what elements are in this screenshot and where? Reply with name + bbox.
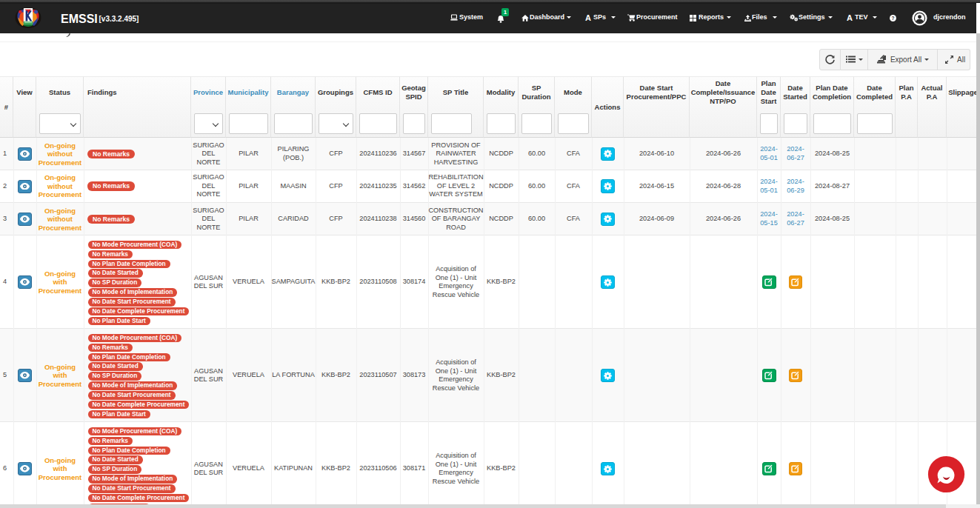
svg-text:?: ? [891, 16, 894, 21]
